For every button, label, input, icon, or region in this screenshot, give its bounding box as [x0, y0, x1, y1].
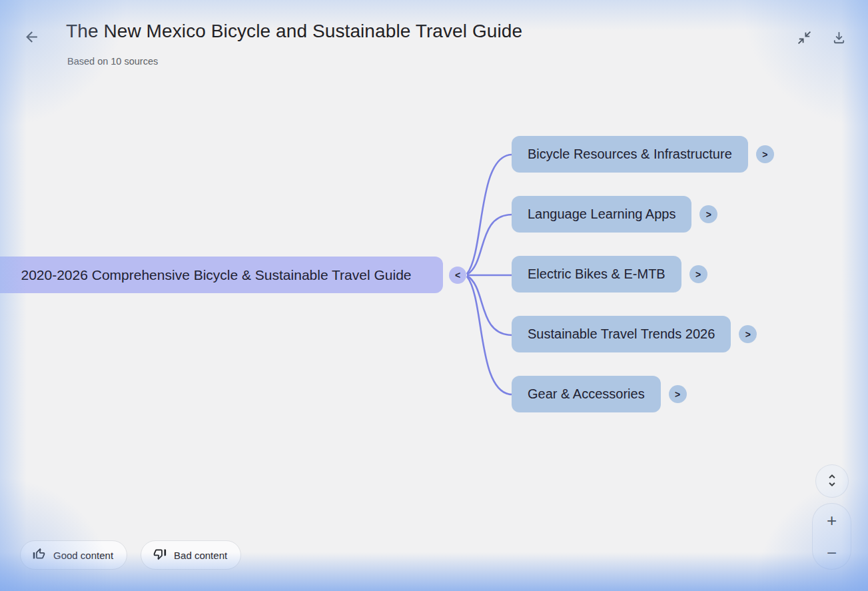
unfold-more-icon: [824, 472, 840, 490]
mindmap-branch: Sustainable Travel Trends 2026 >: [512, 316, 757, 352]
back-button[interactable]: [19, 24, 44, 49]
mindmap-branch: Language Learning Apps >: [512, 196, 717, 233]
mindmap-child-node[interactable]: Bicycle Resources & Infrastructure: [512, 136, 748, 173]
mindmap-root-node[interactable]: 2020-2026 Comprehensive Bicycle & Sustai…: [0, 257, 443, 293]
child-expand-button[interactable]: >: [756, 145, 774, 163]
mindmap-canvas[interactable]: 2020-2026 Comprehensive Bicycle & Sustai…: [0, 0, 868, 591]
bad-content-label: Bad content: [174, 550, 227, 561]
mindmap-child-node[interactable]: Language Learning Apps: [512, 196, 691, 233]
child-expand-button[interactable]: >: [689, 265, 707, 283]
child-expand-button[interactable]: >: [739, 325, 757, 343]
collapse-icon: [797, 30, 812, 45]
child-expand-button[interactable]: >: [669, 385, 687, 403]
connector-line: [467, 277, 512, 394]
root-collapse-button[interactable]: <: [449, 267, 466, 284]
good-content-button[interactable]: Good content: [20, 540, 127, 570]
expand-collapse-all-button[interactable]: [815, 464, 849, 498]
download-icon: [831, 30, 847, 45]
arrow-left-icon: [23, 29, 40, 45]
header-actions: [792, 25, 851, 49]
zoom-control: + −: [812, 503, 851, 570]
page-title: The New Mexico Bicycle and Sustainable T…: [66, 21, 522, 42]
zoom-out-button[interactable]: −: [813, 536, 851, 569]
connector-line: [467, 215, 512, 275]
mindmap-child-node[interactable]: Electric Bikes & E-MTB: [512, 256, 681, 293]
connector-lines: [0, 0, 868, 591]
connector-line: [467, 276, 512, 335]
collapse-view-button[interactable]: [792, 25, 816, 49]
mindmap-branch: Gear & Accessories >: [512, 376, 687, 412]
thumb-up-icon: [32, 547, 46, 563]
thumb-down-icon: [153, 547, 167, 563]
good-content-label: Good content: [53, 550, 113, 561]
mindmap-branch: Bicycle Resources & Infrastructure >: [512, 136, 774, 173]
download-button[interactable]: [827, 25, 851, 49]
source-count: Based on 10 sources: [67, 56, 158, 67]
mindmap-child-node[interactable]: Gear & Accessories: [512, 376, 661, 412]
connector-line: [467, 155, 512, 274]
child-expand-button[interactable]: >: [699, 205, 717, 223]
bad-content-button[interactable]: Bad content: [141, 540, 241, 570]
mindmap-branch: Electric Bikes & E-MTB >: [512, 256, 707, 293]
zoom-in-button[interactable]: +: [813, 504, 851, 536]
feedback-bar: Good content Bad content: [20, 540, 241, 570]
mindmap-child-node[interactable]: Sustainable Travel Trends 2026: [512, 316, 731, 352]
